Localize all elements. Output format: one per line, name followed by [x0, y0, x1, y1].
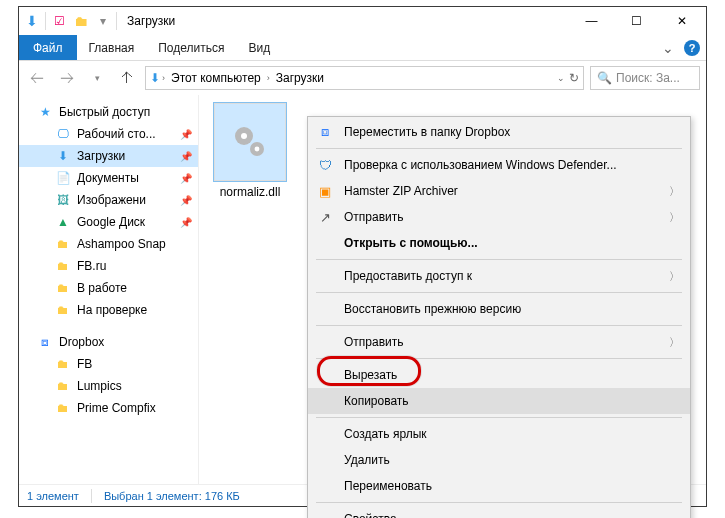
search-input[interactable]: 🔍 Поиск: За... [590, 66, 700, 90]
ribbon-expand-icon[interactable]: ⌄ [662, 40, 674, 56]
sidebar-item[interactable]: 🖿В работе [19, 277, 198, 299]
sidebar-item[interactable]: ▲Google Диск📌 [19, 211, 198, 233]
blank-icon [316, 366, 334, 384]
qa-downloads-icon[interactable]: ⬇ [21, 10, 43, 32]
menu-item-label: Вырезать [344, 368, 680, 382]
menu-item[interactable]: 🛡Проверка с использованием Windows Defen… [308, 152, 690, 178]
titlebar: ⬇ ☑ 🖿 ▾ Загрузки — ☐ ✕ [19, 7, 706, 35]
menu-item[interactable]: ⧈Переместить в папку Dropbox [308, 119, 690, 145]
pin-icon: 📌 [180, 173, 192, 184]
qa-properties-icon[interactable]: ☑ [48, 10, 70, 32]
menu-item[interactable]: Восстановить прежнюю версию [308, 296, 690, 322]
svg-point-3 [255, 147, 260, 152]
sidebar-item-label: Ashampoo Snap [77, 237, 166, 251]
breadcrumb-root[interactable]: Этот компьютер [167, 71, 265, 85]
sidebar-item-label: Рабочий сто... [77, 127, 156, 141]
navigation-pane: ★ Быстрый доступ 🖵Рабочий сто...📌⬇Загруз… [19, 95, 199, 484]
folder-icon: 🖿 [55, 356, 71, 372]
separator [116, 12, 117, 30]
ribbon-tab-share[interactable]: Поделиться [146, 35, 236, 60]
minimize-button[interactable]: — [569, 7, 614, 35]
sidebar-quick-access[interactable]: ★ Быстрый доступ [19, 101, 198, 123]
context-menu: ⧈Переместить в папку Dropbox🛡Проверка с … [307, 116, 691, 518]
sidebar-item[interactable]: 🖵Рабочий сто...📌 [19, 123, 198, 145]
file-name: normaliz.dll [220, 185, 281, 199]
close-button[interactable]: ✕ [659, 7, 704, 35]
nav-up-button[interactable]: 🡡 [115, 66, 139, 90]
menu-item[interactable]: Предоставить доступ к〉 [308, 263, 690, 289]
sidebar-item-label: FB.ru [77, 259, 106, 273]
menu-item-label: Hamster ZIP Archiver [344, 184, 659, 198]
breadcrumb-current[interactable]: Загрузки [272, 71, 328, 85]
nav-recent-icon[interactable]: ▾ [85, 66, 109, 90]
folder-icon: 🖿 [55, 258, 71, 274]
menu-item[interactable]: Удалить [308, 447, 690, 473]
file-thumbnail [214, 103, 286, 181]
qa-newfolder-icon[interactable]: 🖿 [70, 10, 92, 32]
ribbon-file-tab[interactable]: Файл [19, 35, 77, 60]
chevron-right-icon[interactable]: › [162, 73, 165, 83]
menu-item[interactable]: Вырезать [308, 362, 690, 388]
desktop-icon: 🖵 [55, 126, 71, 142]
menu-separator [316, 148, 682, 149]
folder-icon: 🖿 [55, 400, 71, 416]
sidebar-item[interactable]: 🖿Prime Compfix [19, 397, 198, 419]
address-dropdown-icon[interactable]: ⌄ [557, 73, 565, 83]
sidebar-dropbox[interactable]: ⧈ Dropbox [19, 331, 198, 353]
menu-separator [316, 358, 682, 359]
star-icon: ★ [37, 104, 53, 120]
menu-item[interactable]: Открыть с помощью... [308, 230, 690, 256]
menu-item[interactable]: Отправить〉 [308, 329, 690, 355]
qa-customize-icon[interactable]: ▾ [92, 10, 114, 32]
nav-back-button[interactable]: 🡠 [25, 66, 49, 90]
pin-icon: 📌 [180, 217, 192, 228]
help-icon[interactable]: ? [684, 40, 700, 56]
sidebar-item[interactable]: ⬇Загрузки📌 [19, 145, 198, 167]
menu-item[interactable]: ↗Отправить〉 [308, 204, 690, 230]
chevron-right-icon: 〉 [669, 184, 680, 199]
refresh-icon[interactable]: ↻ [569, 71, 579, 85]
address-bar[interactable]: ⬇ › Этот компьютер › Загрузки ⌄ ↻ [145, 66, 584, 90]
menu-item[interactable]: Свойства [308, 506, 690, 518]
sidebar-item[interactable]: 🖿FB [19, 353, 198, 375]
sidebar-item-label: Lumpics [77, 379, 122, 393]
menu-item-label: Свойства [344, 512, 680, 518]
sidebar-item[interactable]: 🖿На проверке [19, 299, 198, 321]
sidebar-item[interactable]: 🖿FB.ru [19, 255, 198, 277]
ribbon-tab-view[interactable]: Вид [236, 35, 282, 60]
status-count: 1 элемент [27, 490, 79, 502]
menu-item-label: Создать ярлык [344, 427, 680, 441]
ribbon-tab-home[interactable]: Главная [77, 35, 147, 60]
share-icon: ↗ [316, 208, 334, 226]
chevron-right-icon[interactable]: › [267, 73, 270, 83]
pin-icon: 📌 [180, 195, 192, 206]
menu-item-label: Восстановить прежнюю версию [344, 302, 680, 316]
sidebar-item[interactable]: 🖼Изображени📌 [19, 189, 198, 211]
menu-item[interactable]: Создать ярлык [308, 421, 690, 447]
separator [45, 12, 46, 30]
address-row: 🡠 🡢 ▾ 🡡 ⬇ › Этот компьютер › Загрузки ⌄ … [19, 61, 706, 95]
menu-separator [316, 292, 682, 293]
menu-item-label: Отправить [344, 210, 659, 224]
menu-separator [316, 325, 682, 326]
sidebar-item-label: Изображени [77, 193, 146, 207]
file-item[interactable]: normaliz.dll [207, 103, 293, 199]
menu-item-label: Переименовать [344, 479, 680, 493]
menu-item[interactable]: Копировать [308, 388, 690, 414]
sidebar-item[interactable]: 🖿Lumpics [19, 375, 198, 397]
blank-icon [316, 392, 334, 410]
maximize-button[interactable]: ☐ [614, 7, 659, 35]
menu-item-label: Переместить в папку Dropbox [344, 125, 680, 139]
documents-icon: 📄 [55, 170, 71, 186]
menu-item[interactable]: Переименовать [308, 473, 690, 499]
nav-forward-button[interactable]: 🡢 [55, 66, 79, 90]
hamster-icon: ▣ [316, 182, 334, 200]
pin-icon: 📌 [180, 129, 192, 140]
sidebar-item[interactable]: 📄Документы📌 [19, 167, 198, 189]
menu-item[interactable]: ▣Hamster ZIP Archiver〉 [308, 178, 690, 204]
sidebar-item-label: Загрузки [77, 149, 125, 163]
sidebar-item[interactable]: 🖿Ashampoo Snap [19, 233, 198, 255]
pictures-icon: 🖼 [55, 192, 71, 208]
chevron-right-icon: 〉 [669, 210, 680, 225]
separator [91, 489, 92, 503]
